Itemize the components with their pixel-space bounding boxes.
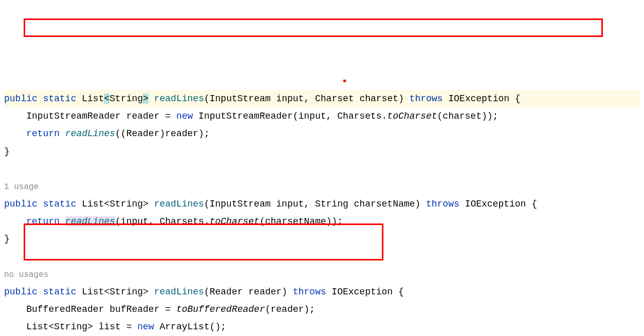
code-line[interactable]: return readLines(input, Charsets.toChars… — [4, 216, 343, 227]
code-text: (reader); — [265, 304, 315, 314]
keyword-return: return — [26, 216, 60, 227]
method-tobufferedreader: toBufferedReader — [176, 304, 265, 314]
params: (InputStream input, String charsetName) — [204, 199, 426, 209]
method-call: readLines — [65, 128, 115, 139]
method-readlines: readLines — [154, 199, 204, 209]
method-tocharset: toCharset — [210, 216, 260, 227]
code-line[interactable]: public static List<String> readLines(Inp… — [4, 90, 640, 107]
keyword-throws: throws — [293, 287, 326, 297]
keyword-throws: throws — [410, 94, 443, 104]
keyword-static: static — [43, 94, 77, 104]
keyword-return: return — [26, 128, 60, 139]
type-list: List — [82, 94, 104, 104]
red-dot — [343, 80, 346, 82]
code-text: InputStreamReader reader = — [26, 111, 176, 121]
keyword-public: public — [4, 94, 38, 104]
code-text: InputStreamReader(input, Charsets. — [193, 111, 387, 121]
code-text: (charset)); — [437, 111, 499, 121]
keyword-throws: throws — [426, 199, 459, 209]
usage-hint[interactable]: 1 usage — [4, 182, 39, 192]
code-text: List<String> list = — [26, 322, 137, 332]
code-line[interactable]: } — [4, 146, 10, 157]
code-text: BufferedReader bufReader = — [26, 304, 176, 314]
highlight-box-1 — [24, 18, 603, 37]
bracket-lt: < — [104, 94, 109, 104]
code-line[interactable]: InputStreamReader reader = new InputStre… — [4, 111, 498, 121]
code-text: (input, Charsets. — [115, 216, 210, 227]
code-line[interactable]: List<String> list = new ArrayList(); — [4, 322, 226, 332]
code-line[interactable]: public static List<String> readLines(Inp… — [4, 199, 537, 209]
exception: IOException { — [443, 94, 520, 104]
keyword-public: public — [4, 199, 38, 209]
keyword-public: public — [4, 287, 38, 297]
exception: IOException { — [459, 199, 537, 209]
type: List<String> — [76, 199, 154, 209]
type-string: String — [109, 94, 143, 104]
keyword-static: static — [43, 287, 77, 297]
code-editor[interactable]: public static List<String> readLines(Inp… — [4, 72, 640, 336]
type: List<String> — [76, 287, 154, 297]
method-call: readLines — [65, 216, 115, 227]
code-text: ((Reader)reader); — [115, 128, 210, 139]
code-text: ArrayList(); — [154, 322, 226, 332]
method-readlines: readLines — [154, 287, 204, 297]
method-readlines: readLines — [154, 94, 204, 104]
keyword-static: static — [43, 199, 77, 209]
params: (InputStream input, Charset charset) — [204, 94, 410, 104]
code-line[interactable]: public static List<String> readLines(Rea… — [4, 287, 404, 297]
usage-hint[interactable]: no usages — [4, 270, 48, 279]
code-line[interactable]: } — [4, 234, 10, 244]
keyword-new: new — [137, 322, 154, 332]
params: (Reader reader) — [204, 287, 293, 297]
bracket-gt: > — [143, 94, 149, 104]
code-line[interactable]: return readLines((Reader)reader); — [4, 128, 210, 139]
code-line[interactable]: BufferedReader bufReader = toBufferedRea… — [4, 304, 315, 314]
keyword-new: new — [176, 111, 193, 121]
method-tocharset: toCharset — [387, 111, 437, 121]
exception: IOException { — [326, 287, 404, 297]
code-text: (charsetName)); — [260, 216, 343, 227]
